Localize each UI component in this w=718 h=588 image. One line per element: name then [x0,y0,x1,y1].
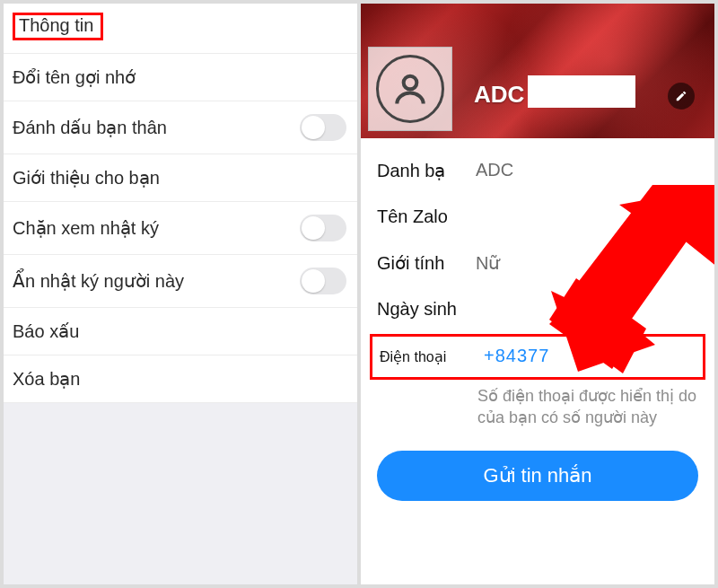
field-gender: Giới tính Nữ [361,240,714,286]
toggle-bestfriend[interactable] [300,114,346,141]
profile-cover: ADC [361,4,714,138]
menu-spacer [4,403,357,584]
redacted-box [528,75,635,108]
edit-name-button[interactable] [668,83,695,110]
avatar[interactable] [368,47,452,131]
toggle-hide-timeline[interactable] [300,268,346,294]
toggle-block-timeline[interactable] [300,215,346,241]
label-zalo: Tên Zalo [377,206,476,227]
value-phone[interactable]: +84377 [484,346,549,366]
redacted-box [513,160,574,180]
menu-label: Đánh dấu bạn thân [13,117,167,138]
menu-label: Xóa bạn [13,368,80,390]
field-contact: Danh bạ ADC [361,147,714,194]
svg-point-0 [404,76,417,90]
label-dob: Ngày sinh [377,299,476,320]
pencil-icon [675,90,687,102]
menu-item-introduce[interactable]: Giới thiệu cho bạn [4,154,357,202]
profile-info: Danh bạ ADC Tên Zalo Giới tính Nữ Ngày s… [361,138,714,501]
helper-text: Số điện thoại được hiển thị do của bạn c… [361,383,714,429]
menu-item-rename[interactable]: Đổi tên gợi nhớ [4,54,357,101]
menu-label: Chặn xem nhật ký [13,217,159,239]
menu-item-report[interactable]: Báo xấu [4,308,357,355]
send-message-button[interactable]: Gửi tin nhắn [377,451,698,501]
value-contact: ADC [476,160,513,180]
profile-name: ADC [474,81,524,109]
label-contact: Danh bạ [377,160,476,181]
label-gender: Giới tính [377,252,476,274]
value-gender: Nữ [476,252,500,274]
helper-line1: Số điện thoại được hiển thị do [477,385,698,407]
menu-label: Đổi tên gợi nhớ [13,66,136,88]
menu-item-hide-timeline[interactable]: Ẩn nhật ký người này [4,255,357,308]
menu-item-delete[interactable]: Xóa bạn [4,355,357,403]
field-zalo-name: Tên Zalo [361,194,714,240]
field-dob: Ngày sinh [361,286,714,332]
profile-panel: ADC Danh bạ ADC Tên Zalo Giới tính Nữ Ng… [359,4,714,584]
avatar-placeholder-icon [376,55,444,123]
menu-item-bestfriend[interactable]: Đánh dấu bạn thân [4,101,357,154]
helper-line2: của bạn có số người này [477,407,698,428]
label-phone: Điện thoại [380,348,484,365]
settings-menu: Thông tin Đổi tên gợi nhớ Đánh dấu bạn t… [4,4,359,584]
menu-item-block-timeline[interactable]: Chặn xem nhật ký [4,202,357,255]
menu-label: Giới thiệu cho bạn [13,167,160,189]
highlight-info: Thông tin [13,13,103,40]
menu-label: Báo xấu [13,320,79,342]
highlight-phone: Điện thoại +84377 [370,334,705,380]
menu-label: Ẩn nhật ký người này [13,270,184,292]
menu-item-info[interactable]: Thông tin [4,4,357,54]
